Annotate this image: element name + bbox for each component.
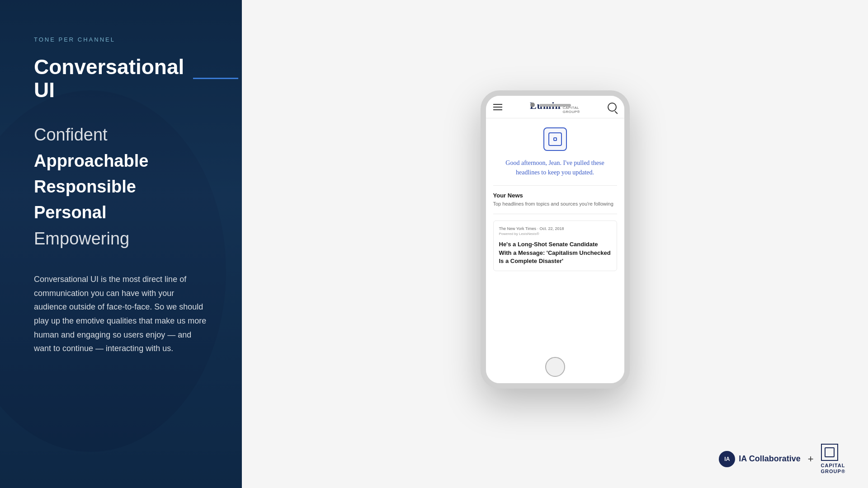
your-news-title: Your News bbox=[493, 192, 617, 199]
footer: IA IA Collaborative + CAPITALGROUP® bbox=[719, 444, 845, 474]
phone-screen: Lumin CAPITALGROUP® Good afternoon, Jean… bbox=[486, 96, 624, 383]
quality-confident: Confident bbox=[34, 124, 208, 146]
capital-group-sub: CAPITALGROUP® bbox=[563, 106, 580, 114]
main-title-container: Conversational UI bbox=[34, 56, 208, 101]
capital-group-icon bbox=[821, 444, 838, 461]
ai-assistant-icon bbox=[543, 127, 567, 151]
divider-1 bbox=[493, 185, 617, 186]
main-title: Conversational UI bbox=[34, 56, 184, 101]
lumin-logo: Lumin CAPITALGROUP® bbox=[530, 100, 580, 114]
news-source: The New York Times · Oct. 22, 2018 bbox=[499, 226, 611, 231]
left-panel: TONE PER CHANNEL Conversational UI Confi… bbox=[0, 0, 242, 488]
hamburger-menu-icon[interactable] bbox=[493, 104, 502, 110]
quality-personal: Personal bbox=[34, 202, 208, 224]
ia-collaborative-name: IA Collaborative bbox=[739, 454, 800, 464]
quality-responsible: Responsible bbox=[34, 176, 208, 198]
app-body: Good afternoon, Jean. I've pulled these … bbox=[486, 118, 624, 271]
phone-camera bbox=[530, 103, 535, 107]
news-headline: He's a Long-Shot Senate Candidate With a… bbox=[499, 240, 611, 265]
search-icon[interactable] bbox=[608, 103, 617, 112]
ia-circle-icon: IA bbox=[719, 451, 735, 467]
capital-group-name: CAPITALGROUP® bbox=[821, 463, 845, 474]
divider-2 bbox=[493, 214, 617, 214]
description-text: Conversational UI is the most direct lin… bbox=[34, 272, 208, 356]
quality-empowering: Empowering bbox=[34, 228, 208, 250]
news-powered-by: Powered by LexisNexis® bbox=[499, 232, 611, 236]
title-line bbox=[193, 78, 238, 79]
greeting-text: Good afternoon, Jean. I've pulled these … bbox=[493, 158, 617, 177]
phone-speaker bbox=[539, 104, 571, 107]
phone-container: Lumin CAPITALGROUP® Good afternoon, Jean… bbox=[481, 90, 630, 389]
capital-group-logo: CAPITALGROUP® bbox=[821, 444, 845, 474]
right-panel: Lumin CAPITALGROUP® Good afternoon, Jean… bbox=[242, 0, 868, 488]
ia-collaborative-logo: IA IA Collaborative bbox=[719, 451, 800, 467]
tone-label: TONE PER CHANNEL bbox=[34, 36, 208, 43]
plus-separator: + bbox=[808, 453, 814, 465]
phone-home-button[interactable] bbox=[545, 357, 565, 377]
phone-frame: Lumin CAPITALGROUP® Good afternoon, Jean… bbox=[481, 90, 630, 389]
quality-approachable: Approachable bbox=[34, 150, 208, 172]
app-header: Lumin CAPITALGROUP® bbox=[486, 96, 624, 118]
news-card[interactable]: The New York Times · Oct. 22, 2018 Power… bbox=[493, 221, 617, 271]
your-news-subtitle: Top headlines from topics and sources yo… bbox=[493, 201, 617, 207]
qualities-list: Confident Approachable Responsible Perso… bbox=[34, 124, 208, 250]
